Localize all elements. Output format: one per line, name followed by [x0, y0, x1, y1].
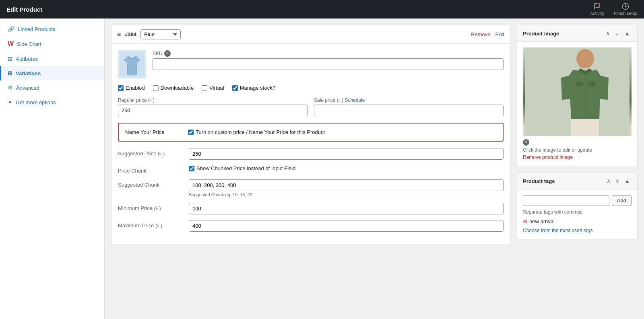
- svg-point-1: [599, 3, 601, 5]
- remove-product-image-link[interactable]: Remove product image: [523, 154, 632, 160]
- panel-tags-controls: ∧ ∨ ▲: [605, 177, 632, 185]
- attributes-icon: ⊞: [8, 56, 12, 62]
- tags-input-row: Add: [523, 195, 632, 206]
- suggested-price-input[interactable]: [189, 148, 504, 160]
- drag-handle-icon[interactable]: ≡: [117, 31, 121, 38]
- size-chart-icon: W: [8, 40, 14, 47]
- image-help-row: ?: [523, 139, 632, 146]
- regular-price-input[interactable]: [118, 105, 308, 116]
- panel-image-collapse-btn[interactable]: ∧: [604, 29, 611, 37]
- sale-price-input[interactable]: [314, 105, 504, 116]
- variation-header: ≡ #384 Blue Red Green Black White Remove…: [111, 25, 510, 44]
- sku-input[interactable]: [153, 58, 504, 70]
- choose-tags-link[interactable]: Choose from the most used tags: [523, 228, 632, 233]
- price-chunk-value: Show Chunked Price Instead of Input Fiel…: [189, 165, 504, 171]
- nyp-row: Name Your Price Turn on custom price / N…: [125, 129, 496, 135]
- downloadable-checkbox-label[interactable]: Downloadable: [153, 85, 194, 91]
- price-chunk-checkbox-label[interactable]: Show Chunked Price Instead of Input Fiel…: [189, 165, 504, 171]
- product-image-caption: Click the image to edit or update: [523, 147, 632, 153]
- product-image-header: Product image ∧ ⌄ ▲: [517, 25, 637, 42]
- tags-input[interactable]: [523, 195, 609, 206]
- svg-rect-7: [571, 119, 599, 136]
- minimum-price-input[interactable]: [189, 203, 504, 214]
- suggested-chunk-input[interactable]: [189, 179, 504, 191]
- maximum-price-input[interactable]: [189, 220, 504, 232]
- checkboxes-row: Enabled Downloadable Virtual Manage: [118, 85, 504, 91]
- variation-id: #384: [125, 31, 136, 37]
- price-chunk-label: Price Chunk: [118, 165, 182, 174]
- tag-item: ⊗ new arrival: [523, 218, 555, 224]
- flag-icon: [593, 3, 601, 10]
- svg-point-5: [576, 49, 594, 68]
- sidebar-item-linked-products[interactable]: 🔗 Linked Products: [0, 22, 104, 36]
- get-more-icon: ✦: [8, 99, 12, 105]
- sidebar-item-get-more-options[interactable]: ✦ Get more options: [0, 95, 104, 109]
- product-image-panel: Product image ∧ ⌄ ▲: [517, 25, 638, 166]
- tag-remove-button[interactable]: ⊗: [523, 218, 528, 224]
- panel-image-dropdown-btn[interactable]: ⌄: [613, 29, 621, 37]
- maximum-price-value: [189, 220, 504, 232]
- product-tags-panel: Product tags ∧ ∨ ▲ Add Separate tags wit…: [517, 173, 638, 239]
- sidebar-item-attributes[interactable]: ⊞ Attributes: [0, 51, 104, 66]
- tags-list: ⊗ new arrival: [523, 218, 632, 224]
- suggested-chunk-value: Suggested Chunk eg: 10, 15, 20: [189, 179, 504, 197]
- manage-stock-checkbox-label[interactable]: Manage stock?: [232, 85, 275, 91]
- enabled-checkbox-label[interactable]: Enabled: [118, 85, 145, 91]
- enabled-checkbox[interactable]: [118, 85, 124, 91]
- svg-rect-8: [576, 82, 583, 86]
- sidebar: 🔗 Linked Products W Size Chart ⊞ Attribu…: [0, 19, 105, 319]
- product-image-help-icon[interactable]: ?: [523, 139, 529, 146]
- suggested-price-label: Suggested Price (৳ ): [118, 148, 182, 157]
- product-tags-header: Product tags ∧ ∨ ▲: [517, 173, 637, 189]
- suggested-chunk-label: Suggested Chunk: [118, 179, 182, 188]
- price-chunk-checkbox[interactable]: [189, 166, 194, 171]
- panel-tags-chevron-btn[interactable]: ∨: [614, 177, 621, 185]
- maximum-price-label: Maximum Price (৳ ): [118, 220, 182, 229]
- price-chunk-row: Price Chunk Show Chunked Price Instead o…: [118, 165, 504, 174]
- clock-icon: [622, 3, 629, 10]
- minimum-price-label: Minimum Price (৳ ): [118, 203, 182, 212]
- top-bar: Edit Product Activity Finish setup: [0, 0, 644, 19]
- suggested-price-value: [189, 148, 504, 160]
- manage-stock-checkbox[interactable]: [232, 85, 238, 91]
- main-content: ≡ #384 Blue Red Green Black White Remove…: [111, 25, 510, 313]
- panel-tags-toggle-btn[interactable]: ▲: [623, 177, 632, 185]
- sidebar-item-variations[interactable]: ⊞ Variations: [0, 66, 104, 80]
- edit-variation-link[interactable]: Edit: [495, 31, 504, 37]
- minimum-price-value: [189, 203, 504, 214]
- thumbnail-row: SKU ?: [118, 50, 504, 78]
- panel-image-toggle-btn[interactable]: ▲: [623, 29, 632, 37]
- nyp-checkbox-label[interactable]: Turn on custom price / Name Your Price f…: [188, 129, 325, 135]
- regular-price-label: Regular price (৳ ): [118, 97, 308, 103]
- color-select[interactable]: Blue Red Green Black White: [140, 29, 181, 39]
- downloadable-checkbox[interactable]: [153, 85, 159, 91]
- price-row: Regular price (৳ ) Sale price (৳ ) Sched…: [118, 97, 504, 116]
- name-your-price-box: Name Your Price Turn on custom price / N…: [118, 123, 504, 142]
- sidebar-item-advanced[interactable]: ⚙ Advanced: [0, 80, 104, 95]
- variation-thumbnail[interactable]: [118, 50, 146, 78]
- remove-variation-link[interactable]: Remove: [471, 31, 490, 37]
- finish-setup-button[interactable]: Finish setup: [614, 3, 638, 16]
- sale-price-field: Sale price (৳ ) Schedule: [314, 97, 504, 116]
- top-bar-actions: Activity Finish setup: [590, 3, 638, 16]
- tags-hint: Separate tags with commas: [523, 209, 632, 215]
- variation-header-right: Remove Edit: [471, 31, 504, 37]
- panel-image-controls: ∧ ⌄ ▲: [604, 29, 632, 37]
- virtual-checkbox[interactable]: [202, 85, 207, 91]
- panel-tags-collapse-btn[interactable]: ∧: [605, 177, 612, 185]
- svg-rect-9: [588, 82, 595, 86]
- virtual-checkbox-label[interactable]: Virtual: [202, 85, 224, 91]
- main: ≡ #384 Blue Red Green Black White Remove…: [105, 19, 644, 319]
- product-image-img[interactable]: [523, 47, 632, 136]
- sidebar-item-size-chart[interactable]: W Size Chart: [0, 36, 104, 51]
- schedule-link[interactable]: Schedule: [345, 97, 365, 103]
- tag-label: new arrival: [529, 218, 555, 224]
- advanced-icon: ⚙: [8, 84, 13, 91]
- activity-button[interactable]: Activity: [590, 3, 604, 16]
- sku-help-icon[interactable]: ?: [164, 50, 171, 57]
- variation-card: ≡ #384 Blue Red Green Black White Remove…: [111, 25, 510, 244]
- tags-add-button[interactable]: Add: [612, 195, 632, 206]
- nyp-checkbox[interactable]: [188, 130, 194, 135]
- product-tags-title: Product tags: [523, 178, 555, 184]
- variation-body: SKU ? Enabled: [111, 44, 510, 244]
